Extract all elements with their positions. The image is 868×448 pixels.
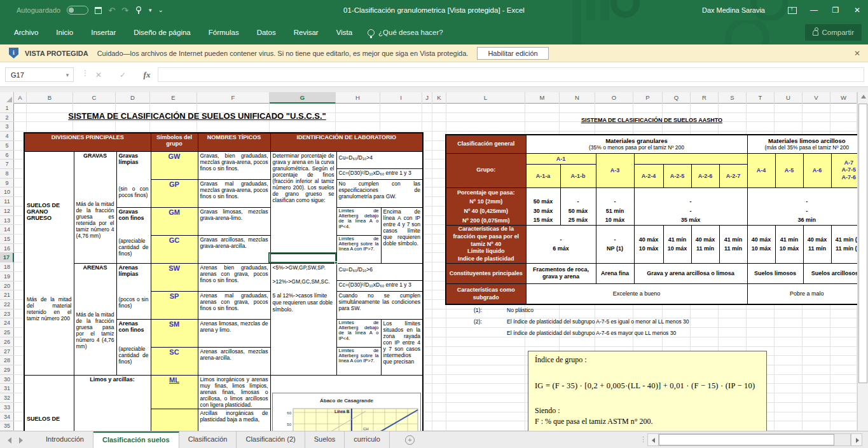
aashto-char-a25[interactable]: 41 mín 10 máx: [663, 226, 691, 264]
uscs-symbol-cl[interactable]: [151, 409, 198, 431]
aashto-group-a1b[interactable]: A-1-b: [560, 164, 596, 187]
sheet-tab-curriculo[interactable]: curriculo: [345, 431, 390, 448]
column-header-B[interactable]: B: [27, 92, 73, 104]
uscs-desc-gm[interactable]: Gravas limosas, mezclas grava-arena-limo…: [198, 207, 270, 235]
uscs-desc-gc[interactable]: Gravas arcillosas, mezclas grava-arena-a…: [198, 235, 270, 263]
uscs-cell-gravas-limpias[interactable]: Gravas límpias (sin o con pocos finos): [116, 151, 151, 207]
aashto-group-a1[interactable]: A-1: [526, 153, 596, 164]
row-header-22[interactable]: 22: [0, 300, 14, 309]
aashto-pct-a3[interactable]: - 51 mín 10 máx: [596, 187, 634, 226]
uscs-cell-suelos-grano-fino[interactable]: SUELOS DE: [24, 375, 74, 431]
column-header-D[interactable]: D: [116, 92, 150, 104]
sheet-tab-suelos[interactable]: Suelos: [305, 431, 345, 448]
uscs-lab-sc[interactable]: Límites de Atterberg sobre la línea A co…: [336, 347, 381, 375]
aashto-char-label[interactable]: Características de la fracción que pasa …: [446, 226, 526, 264]
uscs-symbol-sw[interactable]: SW: [151, 263, 198, 291]
new-sheet-button[interactable]: +: [405, 435, 415, 445]
aashto-subgrado-limoso[interactable]: Pobre a malo: [747, 283, 867, 304]
uscs-header-divisiones[interactable]: DIVISIONES PRINCIPALES: [24, 133, 151, 151]
column-header-G[interactable]: G: [270, 92, 336, 104]
column-header-L[interactable]: L: [446, 92, 525, 104]
aashto-char-a4[interactable]: 40 máx 10 máx: [747, 226, 775, 264]
uscs-cell-determinar[interactable]: Determinar porcentaje de grava y arena e…: [270, 151, 336, 263]
row-header-15[interactable]: 15: [0, 234, 14, 244]
horizontal-scrollbar[interactable]: [647, 433, 862, 446]
uscs-cell-gravas[interactable]: GRAVAS Más de la mitad de la fracción gr…: [74, 151, 116, 263]
enable-editing-button[interactable]: Habilitar edición: [477, 47, 548, 60]
row-header-20[interactable]: 20: [0, 282, 14, 291]
aashto-group-a2-band[interactable]: [634, 153, 747, 164]
ribbon-tab-f-rmulas[interactable]: Fórmulas: [200, 20, 248, 44]
aashto-clasif-general[interactable]: Clasificación general: [446, 135, 526, 153]
vertical-scrollbar-thumb[interactable]: [858, 104, 867, 383]
tell-me-search[interactable]: ¿Qué desea hacer?: [368, 29, 443, 36]
uscs-lab-gp[interactable]: No cumplen con las especificaciones de g…: [336, 179, 423, 207]
row-header-13[interactable]: 13: [0, 216, 14, 226]
aashto-group-a4[interactable]: A-4: [747, 153, 775, 187]
row-header-3[interactable]: 3: [0, 122, 14, 132]
aashto-group-a24[interactable]: A-2-4: [634, 164, 663, 187]
uscs-cell-arenas[interactable]: ARENAS Más de la mitad de la fracción gr…: [74, 263, 116, 375]
column-header-C[interactable]: C: [73, 92, 116, 104]
column-header-U[interactable]: U: [775, 92, 803, 104]
column-header-P[interactable]: P: [633, 92, 663, 104]
row-header-18[interactable]: 18: [0, 262, 14, 272]
row-header-35[interactable]: 35: [0, 421, 14, 431]
aashto-char-a6[interactable]: 40 máx 11 mín: [803, 226, 831, 264]
uscs-lab-gm[interactable]: Límites de Atterberg debajo de la línea …: [336, 207, 381, 235]
name-box-dropdown-icon[interactable]: ▾: [62, 72, 73, 78]
formula-input[interactable]: [158, 67, 864, 82]
column-header-W[interactable]: W: [830, 92, 857, 104]
sheet-tab-clasificaci-n[interactable]: Clasificación: [179, 431, 237, 448]
uscs-cell-arenas-limpias[interactable]: Arenas límpias (pocos o sin finos): [116, 263, 151, 319]
row-header-1[interactable]: 1: [0, 104, 14, 113]
row-header-28[interactable]: 28: [0, 356, 14, 365]
row-header-12[interactable]: 12: [0, 207, 14, 216]
column-header-T[interactable]: T: [747, 92, 775, 104]
uscs-symbol-gw[interactable]: GW: [151, 151, 198, 179]
ribbon-tab-datos[interactable]: Datos: [248, 20, 285, 44]
row-header-19[interactable]: 19: [0, 272, 14, 282]
share-button[interactable]: Compartir: [805, 24, 862, 41]
uscs-lab-sm[interactable]: Límites de Atterberg debajo de la línea …: [336, 319, 381, 347]
restore-button[interactable]: ❐: [825, 0, 846, 20]
row-header-16[interactable]: 16: [0, 244, 14, 254]
active-cell-selection[interactable]: [268, 252, 336, 263]
cancel-entry-icon[interactable]: ✕: [90, 67, 107, 82]
horizontal-scrollbar-thumb[interactable]: [659, 434, 834, 445]
aashto-pct-limoso[interactable]: - - 36 min: [747, 187, 867, 226]
row-header-32[interactable]: 32: [0, 393, 14, 403]
row-header-27[interactable]: 27: [0, 347, 14, 356]
aashto-subgrado-granulares[interactable]: Excelente a bueno: [526, 283, 747, 304]
aashto-char-a24[interactable]: 40 máx 10 máx: [634, 226, 663, 264]
row-header-33[interactable]: 33: [0, 403, 14, 412]
casagrande-chart[interactable]: Ábaco de Casagrande 60 50 Línea B CH: [272, 393, 421, 431]
uscs-desc-sm[interactable]: Arenas limosas, mezclas de arena y limo.: [198, 319, 270, 347]
scroll-left-icon[interactable]: [647, 433, 659, 446]
aashto-pct-label[interactable]: Porcentaje que pasa: Nº 10 (2mm) Nº 40 (…: [446, 187, 526, 226]
row-header-34[interactable]: 34: [0, 412, 14, 422]
minimize-button[interactable]: —: [803, 0, 825, 20]
row-header-29[interactable]: 29: [0, 365, 14, 375]
uscs-desc-cl[interactable]: Arcillas inorgánicas de plasticidad baja…: [198, 409, 270, 431]
column-header-K[interactable]: K: [432, 92, 446, 104]
uscs-header-identificacion[interactable]: IDENTIFICACIÓN DE LABORATORIO: [270, 133, 423, 151]
close-button[interactable]: ✕: [846, 0, 868, 20]
uscs-cell-suelos-grano-grueso[interactable]: SUELOS DE GRANO GRUESO Más de la mitad d…: [24, 151, 74, 375]
row-header-25[interactable]: 25: [0, 328, 14, 337]
aashto-group-a3[interactable]: A-3: [596, 153, 634, 187]
aashto-const-a1[interactable]: Fracmentos de roca, grava y arena: [526, 263, 596, 283]
row-header-6[interactable]: 6: [0, 151, 14, 160]
row-header-14[interactable]: 14: [0, 225, 14, 234]
row-header-2[interactable]: 2: [0, 113, 14, 123]
uscs-cell-porcentajes[interactable]: <5%->GW,GP,SW,SP. >12%->GM,GC,SM,SC. 5 a…: [270, 263, 336, 375]
aashto-table[interactable]: Clasificación general Materiales granula…: [445, 134, 867, 305]
aashto-grupo-label[interactable]: Grupo:: [446, 153, 526, 187]
uscs-symbol-sp[interactable]: SP: [151, 291, 198, 319]
scroll-right-icon[interactable]: [851, 433, 862, 446]
aashto-char-a26[interactable]: 40 máx 11 mín: [691, 226, 719, 264]
uscs-desc-gp[interactable]: Gravas mal graduadas, mezclas grava-aren…: [198, 179, 270, 207]
insert-function-icon[interactable]: fx: [139, 67, 155, 82]
protected-bar-close-icon[interactable]: ✕: [854, 49, 860, 58]
aashto-limoso-header[interactable]: Materiales limoso arcilloso (más del 35%…: [747, 135, 867, 153]
